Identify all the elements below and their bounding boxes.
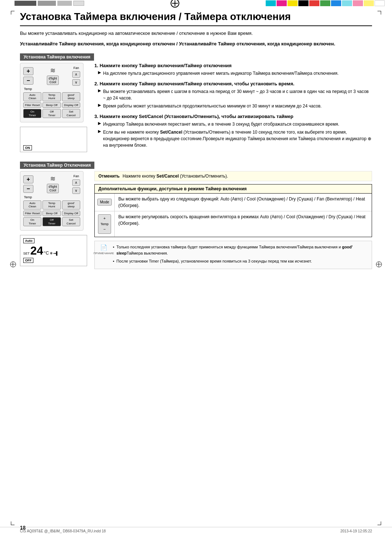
temp-minus-btn[interactable]: − <box>23 77 33 85</box>
cal-white <box>73 1 84 6</box>
temp-icon-cell: +Temp− <box>95 211 115 237</box>
on-remote-control: + − ≋ d'lightCool Fan ∧ ∨ <box>20 63 83 123</box>
arrow-icon-3: ▶ <box>98 103 101 109</box>
cal-lt-cyan <box>342 0 352 6</box>
off-temp-control: + − <box>23 175 33 193</box>
filter-reset-btn[interactable]: Filter Reset <box>23 102 41 108</box>
set-label: SET <box>23 252 30 255</box>
temp-unit: °C <box>44 251 49 256</box>
cal-lt-magenta <box>353 0 363 6</box>
off-fan-control: Fan ∧ ∨ <box>72 174 80 194</box>
fan-up-btn[interactable]: ∧ <box>72 71 80 78</box>
step-3-text-1: Индикатор Таймера включения перестанет м… <box>103 121 339 127</box>
beep-off-btn[interactable]: Beep Off <box>42 102 61 108</box>
step-1: 1. Нажмите кнопку Таймер включения/Тайме… <box>94 63 372 77</box>
off-timer-btn[interactable]: OffTimer <box>42 109 61 118</box>
note-icon: 📄 ПРИМЕЧАНИЕ <box>98 244 109 266</box>
corner-mark-tl <box>11 11 15 15</box>
off-fan-down-btn[interactable]: ∨ <box>72 187 80 194</box>
cal-lt-yellow <box>364 0 374 6</box>
temp-symbols: ❄ ▪▪▌ <box>50 251 59 255</box>
cal-lt-white <box>375 0 385 6</box>
footer-right: 2013-4-19 12:05:22 <box>340 529 372 533</box>
section-on-timer: Установка Таймера включения + − ≋ <box>20 53 372 153</box>
on-timer-remote-col: + − ≋ d'lightCool Fan ∧ ∨ <box>20 63 87 153</box>
footer-left: CIS AQ09T&E @_IB&IM_ DB68-03479A_RU.indd… <box>20 529 106 533</box>
bold-instruction: Устанавливайте Таймер включения, когда к… <box>20 40 372 48</box>
auto-clean-btn[interactable]: AutoClean <box>23 92 41 101</box>
off-remote-wrapper: + − ≋ d'lightCool Fan ∧ ∨ <box>20 171 87 267</box>
off-mode-icons: ≋ d'lightCool <box>47 175 59 193</box>
add-func-row-2: +Temp− Вы можете регулировать скорость в… <box>95 211 372 237</box>
mode-icon-cell: Mode <box>95 194 115 211</box>
side-crosshair-right <box>376 261 382 267</box>
note-dot-1: • <box>113 244 114 257</box>
off-temp-label: Temp <box>24 195 32 199</box>
display-off-btn[interactable]: Display Off <box>62 102 80 108</box>
on-timer-instructions: 1. Нажмите кнопку Таймер включения/Тайме… <box>94 63 372 153</box>
fan-down-btn[interactable]: ∨ <box>72 79 80 86</box>
off-temp-humi-btn[interactable]: TempHumi <box>42 200 61 210</box>
temp-value: 24 <box>30 245 44 256</box>
temp-func-text: Вы можете регулировать скорость вращения… <box>115 211 372 237</box>
temp-plus-btn[interactable]: + <box>23 67 33 75</box>
section-on-label: Установка Таймера включения <box>20 53 94 61</box>
center-crosshair <box>171 0 179 8</box>
cal-black <box>298 0 309 6</box>
section-off-timer: Установка Таймер Отключения + − ≋ d'li <box>20 162 372 269</box>
cancel-label: Отменить <box>98 174 120 179</box>
on-timer-btn[interactable]: OnTimer <box>23 109 41 118</box>
dlight-cool-btn[interactable]: d'lightCool <box>47 76 59 85</box>
set-cancel-btn[interactable]: SetCancel <box>62 109 80 118</box>
section-off-label: Установка Таймер Отключения <box>20 162 94 169</box>
off-display-label: OFF <box>23 258 33 263</box>
page-title: Установка Таймера включения / Таймера от… <box>20 11 372 26</box>
cal-gray-light <box>57 1 72 6</box>
cal-red <box>309 0 319 6</box>
off-on-timer-btn[interactable]: OnTimer <box>23 217 41 226</box>
off-temp-minus-btn[interactable]: − <box>23 185 33 193</box>
off-temp-plus-btn[interactable]: + <box>23 175 33 183</box>
corner-mark-br <box>377 521 381 525</box>
mode-icons: ≋ d'lightCool <box>47 66 59 85</box>
temp-adj-btn[interactable]: +Temp− <box>98 214 111 234</box>
note-dot-2: • <box>113 258 114 265</box>
off-off-timer-btn[interactable]: OffTimer <box>42 217 61 226</box>
off-timer-instructions: Отменить Нажмите кнопку Set/Cancel (Уста… <box>94 171 372 269</box>
off-good-sleep-btn[interactable]: good'sleep <box>62 200 80 210</box>
footer: CIS AQ09T&E @_IB&IM_ DB68-03479A_RU.indd… <box>0 527 392 533</box>
temp-humi-btn[interactable]: TempHumi <box>42 92 61 101</box>
note-bullet-1: • Только последняя установка таймера буд… <box>113 244 368 257</box>
off-timer-content: + − ≋ d'lightCool Fan ∧ ∨ <box>20 171 372 269</box>
off-set-cancel-btn[interactable]: SetCancel <box>62 217 80 226</box>
on-timer-display: ON <box>20 127 87 152</box>
off-display-off-btn[interactable]: Display Off <box>62 211 80 216</box>
note-content: • Только последняя установка таймера буд… <box>113 244 368 266</box>
off-dlight-cool-btn[interactable]: d'lightCool <box>47 184 59 193</box>
cancel-instruction: Отменить Нажмите кнопку Set/Cancel (Уста… <box>94 171 372 181</box>
step-2: 2. Нажмите кнопку Таймер включения/Тайме… <box>94 81 372 109</box>
on-timer-content: + − ≋ d'lightCool Fan ∧ ∨ <box>20 63 372 153</box>
off-remote-top-row: + − ≋ d'lightCool Fan ∧ ∨ <box>23 174 80 194</box>
off-fan-up-btn[interactable]: ∧ <box>72 179 80 186</box>
off-beep-off-btn[interactable]: Beep Off <box>42 211 61 216</box>
temp-control: + − <box>23 67 33 85</box>
step-3-bullet-1: ▶ Индикатор Таймера включения перестанет… <box>94 121 372 127</box>
step-2-text-2: Время работы может устанавливаться продо… <box>103 103 322 109</box>
cal-gray-dark <box>15 1 36 6</box>
mode-btn[interactable]: Mode <box>97 199 111 206</box>
label-row: Temp <box>23 87 80 91</box>
arrow-icon-2: ▶ <box>98 88 101 101</box>
step-2-title: 2. Нажмите кнопку Таймер включения/Тайме… <box>94 81 372 86</box>
step-3: 3. Нажмите кнопку Set/Cancel (Установить… <box>94 114 372 149</box>
cal-gray-mid <box>38 1 56 6</box>
corner-mark-bl <box>11 521 15 525</box>
good-sleep-btn[interactable]: good'sleep <box>62 92 80 101</box>
off-auto-clean-btn[interactable]: AutoClean <box>23 200 41 210</box>
cal-blue <box>331 0 341 6</box>
step-1-title: 1. Нажмите кнопку Таймер включения/Тайме… <box>94 63 372 68</box>
off-timer-display: Auto SET 24 °C ❄ ▪▪▌ OFF <box>20 235 87 266</box>
auto-display-label: Auto <box>23 238 34 243</box>
off-filter-reset-btn[interactable]: Filter Reset <box>23 211 41 216</box>
step-2-text-1: Вы можете устанавливать время с шагом в … <box>103 88 372 101</box>
